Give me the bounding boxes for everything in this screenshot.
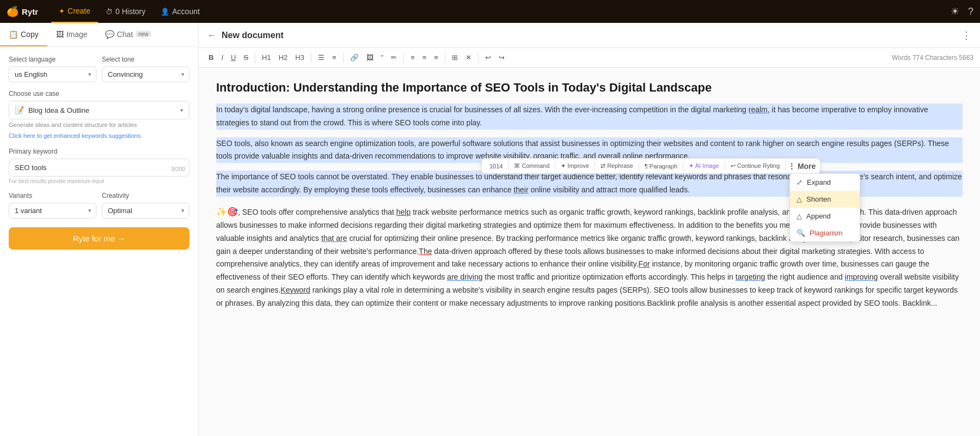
ryte-for-me-button[interactable]: Ryte for me → xyxy=(9,227,189,250)
back-button[interactable]: ← xyxy=(207,31,216,40)
dropdown-expand[interactable]: ⤢ Expand xyxy=(790,174,860,191)
dropdown-append[interactable]: △ Append xyxy=(790,208,860,225)
realm-link[interactable]: realm xyxy=(749,105,768,114)
are-driving-link[interactable]: are driving xyxy=(447,272,482,281)
ft-sep-3 xyxy=(639,162,639,171)
h3-button[interactable]: H3 xyxy=(292,51,308,64)
help-icon[interactable]: ? xyxy=(968,6,973,17)
tone-field: Select tone Convincing ▾ xyxy=(102,56,189,82)
that-are-link[interactable]: that are xyxy=(321,234,347,243)
append-icon: △ xyxy=(797,212,802,220)
append-label: Append xyxy=(806,212,831,220)
nav-account[interactable]: 👤 Account xyxy=(153,0,207,23)
undo-button[interactable]: ↩ xyxy=(482,51,494,64)
ft-ai-image[interactable]: ✦ AI Image xyxy=(685,161,722,171)
dropdown-plagiarism[interactable]: 🔍 Plagiarism xyxy=(790,225,860,241)
use-case-desc: Generate ideas and content structure for… xyxy=(9,122,189,128)
h1-button[interactable]: H1 xyxy=(259,51,274,64)
h2-button[interactable]: H2 xyxy=(275,51,291,64)
ft-paragraph[interactable]: ¶ Paragraph xyxy=(641,161,681,171)
editor-header: ← New document ⋮ xyxy=(199,23,980,48)
link-button[interactable]: 🔗 xyxy=(347,51,362,64)
use-case-select[interactable]: 📝 Blog Idea & Outline ▾ xyxy=(9,101,189,119)
variants-select[interactable]: 1 variant ▾ xyxy=(9,203,96,219)
nav-create[interactable]: ✦ Create xyxy=(51,0,98,23)
history-icon: ⏱ xyxy=(106,8,113,16)
keyword-hint: For best results provide maximum input xyxy=(9,178,189,184)
creativity-label: Creativity xyxy=(102,192,189,199)
copy-tab-icon: 📋 xyxy=(9,30,18,39)
language-field: Select language us English ▾ xyxy=(9,56,96,82)
editor-more-button[interactable]: ⋮ xyxy=(961,30,971,41)
align-center-button[interactable]: ≡ xyxy=(419,51,430,64)
brand: 🍊 Rytr xyxy=(7,5,38,17)
editor-header-right: ⋮ xyxy=(961,29,971,41)
variants-dropdown[interactable]: 1 variant xyxy=(15,207,90,215)
editor-body[interactable]: Introduction: Understanding the Importan… xyxy=(199,68,980,436)
keyword-input-wrap: 9/200 xyxy=(9,159,189,177)
language-select[interactable]: us English ▾ xyxy=(9,66,96,82)
ft-rephrase[interactable]: ⇄ Rephrase xyxy=(597,161,636,171)
use-case-section: Choose use case 📝 Blog Idea & Outline ▾ … xyxy=(9,90,189,140)
underline-button[interactable]: U xyxy=(228,51,239,64)
their-link[interactable]: their xyxy=(513,185,528,194)
copy-tab-label: Copy xyxy=(21,30,39,39)
variants-creativity-row: Variants 1 variant ▾ Creativity Optimal xyxy=(9,192,189,219)
shorten-label: Shorten xyxy=(806,195,831,203)
image-button[interactable]: 🖼 xyxy=(363,51,377,64)
align-left-button[interactable]: ≡ xyxy=(407,51,418,64)
toolbar-sep-6 xyxy=(478,53,479,63)
highlight-button[interactable]: ✏ xyxy=(388,51,400,64)
numbered-list-button[interactable]: ≡ xyxy=(329,51,340,64)
top-nav: 🍊 Rytr ✦ Create ⏱ 0 History 👤 Account ☀ … xyxy=(0,0,980,23)
toolbar-sep-5 xyxy=(445,53,445,63)
variants-label: Variants xyxy=(9,192,96,199)
creativity-select[interactable]: Optimal ▾ xyxy=(102,203,189,219)
ft-more-button[interactable]: ⋮ More xyxy=(788,162,816,171)
floating-toolbar: 1014 ⌘ Command ✦ Improve ⇄ Rephrase ¶ Pa… xyxy=(481,158,820,174)
theme-toggle-icon[interactable]: ☀ xyxy=(951,5,959,17)
table-button[interactable]: ⊞ xyxy=(449,51,461,64)
strikethrough-button[interactable]: S xyxy=(240,51,252,64)
ft-command[interactable]: ⌘ Command xyxy=(511,161,553,171)
ft-continue[interactable]: ↩ Continue Ryting xyxy=(727,161,783,171)
tab-copy[interactable]: 📋 Copy xyxy=(0,23,47,46)
language-dropdown[interactable]: us English xyxy=(15,70,90,78)
use-case-link[interactable]: Click here to get enhanced keywords sugg… xyxy=(9,132,142,139)
align-right-button[interactable]: ≡ xyxy=(431,51,442,64)
ft-sep-0 xyxy=(508,162,509,171)
redo-button[interactable]: ↪ xyxy=(495,51,508,64)
ft-count: 1014 xyxy=(486,161,506,171)
clear-button[interactable]: ✕ xyxy=(462,51,475,64)
creativity-field: Creativity Optimal ▾ xyxy=(102,192,189,219)
bullet-list-button[interactable]: ☰ xyxy=(315,51,328,64)
keyword-input[interactable] xyxy=(9,159,189,177)
doc-title: New document xyxy=(222,31,284,40)
keyword-word: Keyword xyxy=(280,286,310,294)
use-case-chevron-icon: ▾ xyxy=(180,107,183,114)
improving-link[interactable]: improving xyxy=(845,272,878,281)
dropdown-shorten[interactable]: △ Shorten xyxy=(790,191,860,208)
nav-history[interactable]: ⏱ 0 History xyxy=(98,0,153,23)
bold-button[interactable]: B xyxy=(205,51,217,64)
quote-button[interactable]: " xyxy=(378,51,387,64)
tab-image[interactable]: 🖼 Image xyxy=(47,23,96,46)
creativity-dropdown[interactable]: Optimal xyxy=(108,207,183,215)
targeting-link[interactable]: targeting xyxy=(736,272,765,281)
tone-dropdown[interactable]: Convincing xyxy=(108,70,183,78)
brand-name: Rytr xyxy=(22,7,38,16)
ft-sep-4 xyxy=(683,162,683,171)
sidebar-content: Select language us English ▾ Select tone… xyxy=(0,47,198,436)
tone-label: Select tone xyxy=(102,56,189,63)
italic-button[interactable]: I xyxy=(218,51,226,64)
use-case-icon: 📝 xyxy=(15,106,24,114)
ft-improve[interactable]: ✦ Improve xyxy=(558,161,592,171)
tab-chat[interactable]: 💬 Chat new xyxy=(96,23,160,46)
create-icon: ✦ xyxy=(59,7,65,15)
editor-area: ← New document ⋮ B I U S H1 H2 H3 ☰ ≡ 🔗 … xyxy=(199,23,980,436)
tone-select[interactable]: Convincing ▾ xyxy=(102,66,189,82)
image-tab-icon: 🖼 xyxy=(56,30,64,39)
variants-field: Variants 1 variant ▾ xyxy=(9,192,96,219)
keyword-counter: 9/200 xyxy=(171,166,185,172)
image-tab-label: Image xyxy=(66,30,88,39)
